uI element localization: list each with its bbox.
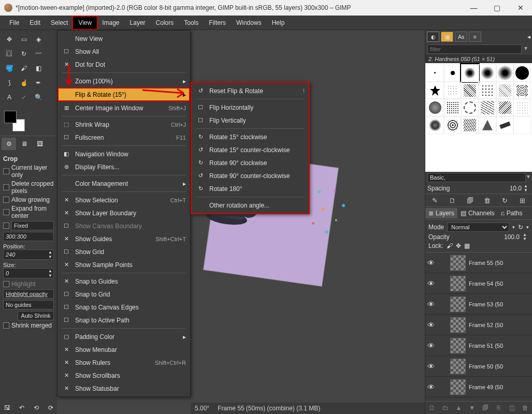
flip-rotate-item[interactable]: ↺Rotate 90° counter-clockwise — [192, 169, 309, 182]
restore-tool-preset-icon[interactable]: ↶ — [17, 403, 27, 413]
history-tab[interactable]: ≡ — [469, 32, 481, 42]
move-tool[interactable]: ✥ — [3, 33, 16, 46]
flip-rotate-item[interactable]: ↺Rotate 15° counter-clockwise — [192, 143, 309, 156]
device-status-tab[interactable]: 🖥 — [17, 138, 32, 150]
size-input[interactable]: 0▲▼ — [3, 268, 54, 278]
fonts-tab[interactable]: Aa — [455, 32, 467, 42]
text-tool[interactable]: A — [3, 91, 16, 104]
lock-alpha-icon[interactable]: ▦ — [464, 242, 470, 249]
mode-reset-icon[interactable]: ↻ — [518, 224, 523, 231]
view-menu-item[interactable]: ✕Show Layer Boundary — [57, 206, 190, 219]
view-menu-item[interactable]: ✕Show Scrollbars — [57, 369, 190, 382]
view-menu-item[interactable]: ▢Padding Color — [57, 330, 190, 343]
patterns-tab[interactable]: ▦ — [441, 32, 453, 42]
opt-allow-growing[interactable] — [3, 197, 9, 203]
opt-shrink-merged[interactable] — [3, 322, 9, 329]
color-picker-tool[interactable]: ⟋ — [17, 91, 31, 104]
position-input[interactable]: 240▲▼ — [3, 249, 54, 260]
view-menu-item[interactable]: ☐Snap to Grid — [57, 288, 190, 301]
dock-menu-icon[interactable]: ◂ — [527, 33, 530, 40]
layer-row[interactable]: 👁Frame 55 (50 — [425, 253, 532, 273]
smudge-tool[interactable]: ☝ — [17, 76, 31, 90]
view-menu-item[interactable]: ✕Show Menubar — [57, 343, 190, 356]
crop-tool[interactable]: ⿴ — [3, 47, 16, 61]
layer-row[interactable]: 👁Frame 49 (50 — [425, 377, 532, 397]
fixed-ratio-input[interactable]: 300:300 — [3, 232, 54, 241]
clone-tool[interactable]: ⟆ — [3, 76, 16, 90]
visibility-icon[interactable]: 👁 — [427, 383, 437, 391]
visibility-icon[interactable]: 👁 — [427, 362, 437, 371]
menu-view[interactable]: View — [73, 17, 97, 29]
duplicate-brush-icon[interactable]: 🗐 — [465, 196, 475, 205]
opt-expand-from-center[interactable] — [3, 209, 9, 215]
brush-filter-input[interactable] — [427, 45, 522, 54]
menu-filters[interactable]: Filters — [204, 17, 231, 29]
auto-shrink-button[interactable]: Auto Shrink — [18, 311, 54, 320]
view-menu-item[interactable]: ✕Show GuidesShift+Ctrl+T — [57, 232, 190, 245]
edit-brush-icon[interactable]: ✎ — [430, 196, 440, 205]
flip-rotate-item[interactable]: ↻Rotate 90° clockwise — [192, 156, 309, 169]
tab-paths[interactable]: ⎌Paths — [498, 208, 526, 218]
lock-position-icon[interactable]: ✥ — [456, 242, 461, 249]
view-menu-item[interactable]: Flip & Rotate (15°) — [57, 87, 190, 101]
duplicate-layer-icon[interactable]: 🗐 — [481, 403, 490, 412]
view-menu-item[interactable]: ☐Show Canvas Boundary — [57, 219, 190, 232]
menu-help[interactable]: Help — [267, 17, 290, 29]
mode-select[interactable]: Normal — [447, 223, 509, 232]
menu-windows[interactable]: Windows — [231, 17, 267, 29]
view-menu-item[interactable]: ☐FullscreenF11 — [57, 131, 190, 144]
visibility-icon[interactable]: 👁 — [427, 259, 437, 267]
delete-layer-icon[interactable]: 🗑 — [521, 403, 530, 412]
layer-row[interactable]: 👁Frame 52 (50 — [425, 315, 532, 335]
reset-tool-preset-icon[interactable]: ⟳ — [46, 403, 56, 413]
warp-tool[interactable]: 〰 — [32, 47, 45, 61]
fixed-select[interactable]: Fixed — [11, 221, 54, 230]
paintbrush-tool[interactable]: 🖌 — [17, 62, 31, 75]
transform-tool[interactable]: ↻ — [17, 47, 31, 61]
view-menu-item[interactable]: ☐Show All — [57, 45, 190, 58]
delete-tool-preset-icon[interactable]: ⟲ — [31, 403, 41, 413]
zoom-tool[interactable]: 🔍 — [32, 91, 45, 104]
menu-select[interactable]: Select — [46, 17, 73, 29]
guides-select[interactable]: No guides — [3, 300, 54, 309]
view-menu-item[interactable]: ✕Snap to Guides — [57, 275, 190, 288]
layers-list[interactable]: 👁Frame 55 (50👁Frame 54 (50👁Frame 53 (50👁… — [425, 252, 532, 401]
flip-rotate-item[interactable]: Other rotation angle... — [192, 199, 309, 212]
flip-rotate-item[interactable]: ☐Flip Vertically — [192, 114, 309, 127]
bucket-fill-tool[interactable]: 🪣 — [3, 62, 16, 75]
new-group-icon[interactable]: 🗀 — [441, 403, 450, 412]
open-brush-icon[interactable]: ⊞ — [517, 196, 527, 205]
visibility-icon[interactable]: 👁 — [427, 321, 437, 329]
spacing-value[interactable]: 10.0 — [510, 185, 522, 192]
tool-options-tab[interactable]: ⚙ — [2, 138, 16, 150]
menu-image[interactable]: Image — [97, 17, 124, 29]
view-menu-item[interactable]: ✕Show SelectionCtrl+T — [57, 194, 190, 206]
view-menu-item[interactable]: ☐Snap to Canvas Edges — [57, 301, 190, 314]
foreground-color[interactable] — [4, 111, 17, 123]
view-menu-item[interactable]: ✕Dot for Dot — [57, 58, 190, 71]
minimize-button[interactable]: — — [462, 0, 485, 16]
view-menu-item[interactable]: ✕Show Sample Points — [57, 258, 190, 271]
brushes-tab[interactable]: ◐ — [427, 32, 439, 42]
rect-select-tool[interactable]: ▭ — [17, 33, 31, 46]
brush-preset-select[interactable]: Basic, — [427, 173, 526, 182]
highlight-opacity-input[interactable]: Highlight opacity — [3, 289, 54, 299]
menu-tools[interactable]: Tools — [179, 17, 204, 29]
layer-row[interactable]: 👁Frame 54 (50 — [425, 273, 532, 294]
view-menu-item[interactable]: ✕Show Statusbar — [57, 382, 190, 395]
view-menu-item[interactable]: ⬚Shrink WrapCtrl+J — [57, 118, 190, 131]
view-menu-item[interactable]: ✕Show RulersShift+Ctrl+R — [57, 356, 190, 369]
view-menu-item[interactable]: ◧Navigation Window — [57, 147, 190, 160]
flip-rotate-item[interactable]: ↻Rotate 180° — [192, 182, 309, 195]
opt-delete-cropped[interactable] — [3, 184, 9, 190]
delete-brush-icon[interactable]: 🗑 — [483, 196, 492, 205]
menu-edit[interactable]: Edit — [24, 17, 46, 29]
new-layer-icon[interactable]: 🗋 — [427, 403, 437, 412]
merge-layer-icon[interactable]: ⎘ — [494, 403, 504, 412]
view-menu-item[interactable]: ☐Snap to Active Path — [57, 314, 190, 327]
lower-layer-icon[interactable]: ▼ — [467, 403, 477, 412]
opt-highlight[interactable] — [3, 281, 9, 287]
flip-rotate-item[interactable]: ☐Flip Horizontally — [192, 101, 309, 114]
eraser-tool[interactable]: ◧ — [32, 62, 45, 75]
close-button[interactable]: ✕ — [509, 0, 532, 16]
